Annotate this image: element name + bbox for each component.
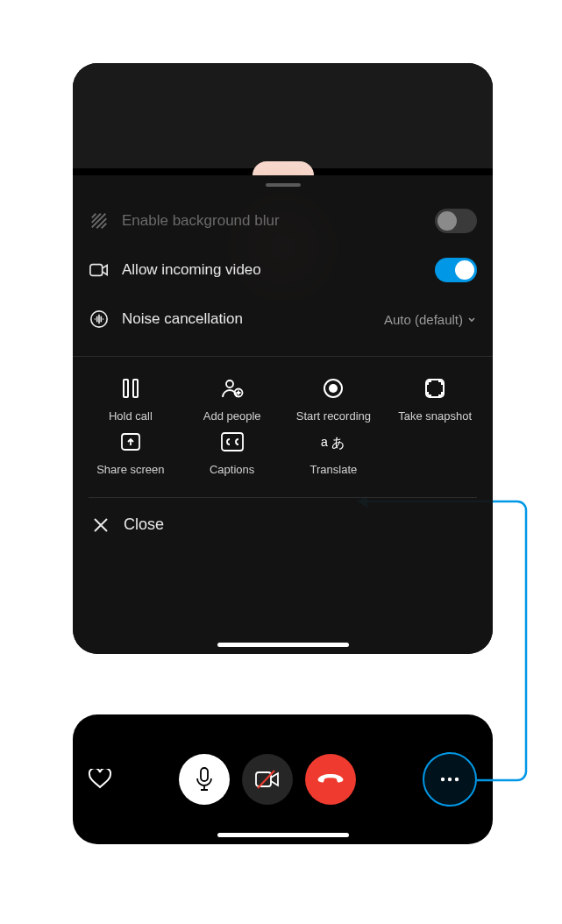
- pause-icon: [118, 376, 143, 401]
- svg-line-15: [258, 771, 274, 788]
- share-screen-icon: [118, 430, 143, 454]
- end-call-button[interactable]: [305, 754, 356, 805]
- action-hold-call[interactable]: Hold call: [82, 376, 180, 423]
- translate-icon: a あ: [321, 430, 345, 454]
- blur-icon: [89, 210, 110, 231]
- action-add-people[interactable]: Add people: [183, 376, 281, 423]
- record-icon: [321, 376, 345, 401]
- noise-cancel-icon: [89, 309, 110, 330]
- action-label: Translate: [310, 463, 358, 476]
- noise-cancel-dropdown[interactable]: Auto (default): [384, 312, 477, 327]
- row-label: Allow incoming video: [122, 261, 423, 279]
- hangup-icon: [317, 773, 344, 785]
- actions-grid: Hold call Add people Start recording: [73, 357, 493, 492]
- snapshot-icon: [423, 376, 447, 401]
- action-label: Add people: [203, 409, 261, 423]
- more-icon: [440, 777, 459, 782]
- svg-rect-14: [256, 772, 271, 786]
- svg-rect-10: [222, 433, 243, 451]
- video-off-icon: [255, 770, 280, 789]
- action-captions[interactable]: Captions: [183, 430, 281, 476]
- home-indicator: [217, 833, 349, 837]
- action-share-screen[interactable]: Share screen: [82, 430, 180, 476]
- svg-rect-2: [124, 380, 128, 397]
- svg-rect-13: [201, 768, 208, 781]
- close-label: Close: [124, 515, 164, 534]
- microphone-icon: [195, 767, 214, 792]
- more-options-button[interactable]: [423, 752, 477, 807]
- close-button[interactable]: Close: [73, 498, 493, 551]
- video-icon: [89, 259, 110, 281]
- drag-handle-icon[interactable]: [266, 183, 301, 187]
- action-label: Take snapshot: [398, 409, 472, 423]
- chevron-down-icon: [466, 314, 477, 324]
- svg-rect-0: [90, 265, 103, 276]
- close-icon: [92, 516, 110, 534]
- row-label: Noise cancellation: [122, 310, 372, 328]
- action-translate[interactable]: a あ Translate: [285, 430, 383, 476]
- react-button[interactable]: [89, 768, 111, 791]
- action-label: Share screen: [96, 463, 164, 476]
- add-person-icon: [220, 376, 245, 401]
- svg-point-18: [455, 778, 459, 781]
- svg-text:あ: あ: [331, 435, 345, 450]
- svg-rect-3: [133, 380, 138, 397]
- toggle-background-blur[interactable]: [435, 209, 477, 233]
- camera-button[interactable]: [242, 754, 293, 805]
- action-start-recording[interactable]: Start recording: [285, 376, 383, 423]
- action-label: Start recording: [296, 409, 371, 423]
- svg-text:a: a: [321, 435, 328, 449]
- toggle-incoming-video[interactable]: [435, 258, 477, 282]
- svg-point-4: [226, 380, 233, 387]
- svg-point-7: [329, 384, 338, 393]
- row-background-blur: Enable background blur: [89, 196, 477, 245]
- action-label: Hold call: [109, 409, 153, 423]
- svg-point-16: [441, 778, 445, 781]
- dropdown-value-text: Auto (default): [384, 312, 463, 327]
- row-incoming-video: Allow incoming video: [89, 245, 477, 295]
- svg-point-17: [448, 778, 452, 781]
- action-take-snapshot[interactable]: Take snapshot: [386, 376, 484, 423]
- call-options-panel: Enable background blur Allow incoming vi…: [73, 63, 493, 654]
- panel-header: [73, 63, 493, 168]
- row-noise-cancellation[interactable]: Noise cancellation Auto (default): [89, 295, 477, 344]
- mute-button[interactable]: [179, 754, 230, 805]
- options-sheet: Enable background blur Allow incoming vi…: [73, 175, 493, 654]
- call-bar: [73, 714, 493, 844]
- captions-icon: [220, 430, 245, 454]
- avatar: [253, 161, 314, 175]
- row-label: Enable background blur: [122, 212, 423, 230]
- home-indicator: [217, 643, 349, 647]
- action-label: Captions: [210, 463, 254, 476]
